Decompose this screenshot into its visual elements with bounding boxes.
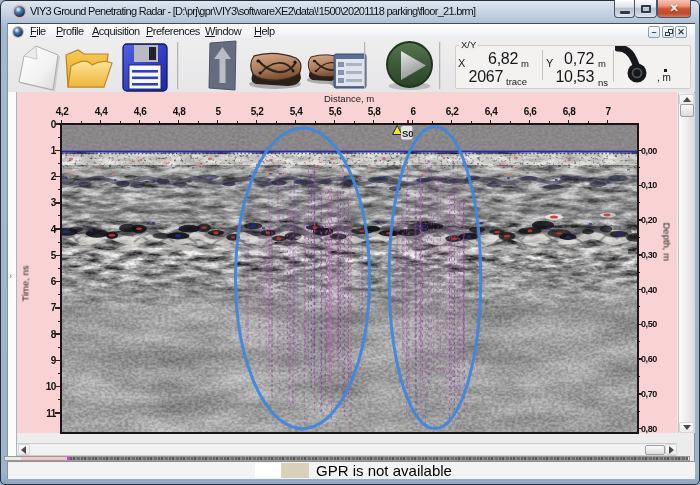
svg-text:S0: S0 [402, 127, 414, 138]
